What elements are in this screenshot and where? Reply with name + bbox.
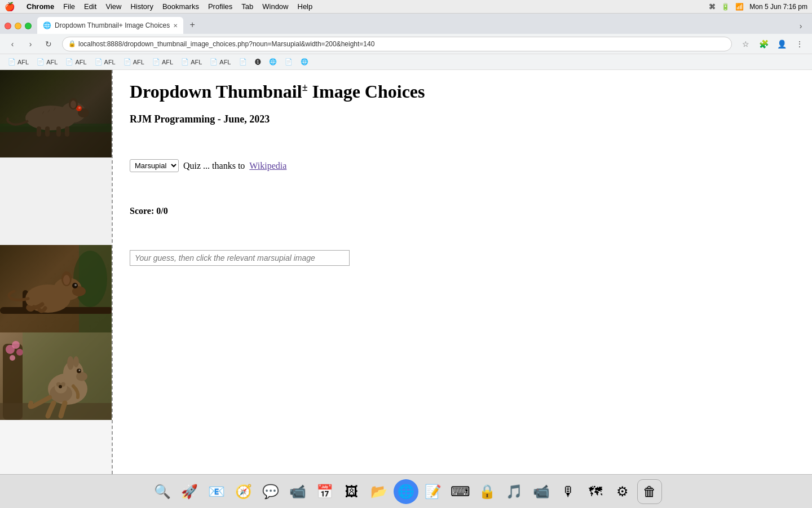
score-display: Score: 0/0 [130, 206, 795, 216]
browser-content: Dropdown Thumbnail± Image Choices RJM Pr… [0, 70, 812, 474]
menu-profiles[interactable]: Profiles [208, 2, 232, 11]
svg-point-6 [78, 107, 81, 109]
main-content: Dropdown Thumbnail± Image Choices RJM Pr… [113, 70, 812, 474]
back-button[interactable]: ‹ [5, 36, 20, 52]
menu-file[interactable]: File [63, 2, 75, 11]
bookmark-8[interactable]: 📄AFL [206, 57, 234, 67]
forward-button[interactable]: › [23, 36, 38, 52]
bookmark-1[interactable]: 📄AFL [5, 57, 32, 67]
active-tab[interactable]: 🌐 Dropdown Thumbnail+ Image Choices ✕ [37, 17, 183, 34]
dock-facetime[interactable]: 📹 [285, 479, 310, 504]
dock-vscode[interactable]: 📝 [421, 479, 445, 504]
bookmark-13[interactable]: 🌐 [297, 57, 312, 67]
tab-title: Dropdown Thumbnail+ Image Choices [55, 21, 170, 29]
profile-avatar-button[interactable]: 👤 [774, 36, 789, 52]
menu-window[interactable]: Window [262, 2, 288, 11]
svg-point-41 [73, 356, 79, 367]
menu-tab[interactable]: Tab [241, 2, 253, 11]
dock-podcast[interactable]: 🎙 [556, 479, 581, 504]
svg-point-24 [74, 284, 77, 286]
image-sidebar [0, 70, 113, 474]
marsupial-image-3[interactable] [0, 332, 113, 420]
bookmark-6[interactable]: 📄AFL [149, 57, 176, 67]
dock-bitwarden[interactable]: 🔒 [475, 479, 500, 504]
bookmark-12[interactable]: 📄 [281, 57, 296, 67]
svg-point-31 [10, 355, 15, 361]
tab-close-button[interactable]: ✕ [173, 23, 178, 29]
dock-filezilla[interactable]: 📂 [367, 479, 391, 504]
dock-mail[interactable]: 📧 [204, 479, 229, 504]
bookmark-2[interactable]: 📄AFL [33, 57, 61, 67]
dock-spotify[interactable]: 🎵 [502, 479, 527, 504]
bookmark-11[interactable]: 🌐 [266, 57, 280, 67]
wikipedia-link[interactable]: Wikipedia [249, 161, 286, 171]
bluetooth-icon: ⌘ [709, 3, 716, 11]
quiz-text: Quiz ... thanks to [183, 161, 245, 171]
guess-input[interactable] [130, 250, 350, 266]
svg-point-30 [16, 349, 23, 356]
dock-system-pref[interactable]: ⚙ [610, 479, 635, 504]
dock-safari[interactable]: 🧭 [231, 479, 256, 504]
bookmark-4[interactable]: 📄AFL [91, 57, 119, 67]
dock-launchpad[interactable]: 🚀 [177, 479, 202, 504]
svg-rect-33 [0, 403, 113, 420]
quiz-row: Marsupial Quiz ... thanks to Wikipedia [130, 159, 795, 172]
noun-dropdown[interactable]: Marsupial [130, 159, 179, 172]
menu-edit[interactable]: Edit [84, 2, 96, 11]
svg-rect-9 [37, 126, 41, 137]
bookmark-3[interactable]: 📄AFL [62, 57, 90, 67]
apple-logo-icon[interactable]: 🍎 [5, 2, 15, 12]
dock-photos[interactable]: 🖼 [339, 479, 364, 504]
extension-puzzle-button[interactable]: 🧩 [756, 36, 771, 52]
minimize-window-button[interactable] [15, 23, 21, 29]
menu-history[interactable]: History [130, 2, 153, 11]
new-tab-button[interactable]: + [184, 17, 200, 33]
svg-point-40 [67, 356, 74, 370]
url-text: localhost:8888/dropdown_thumbnail_image_… [78, 40, 374, 48]
traffic-lights [5, 23, 32, 29]
svg-point-36 [76, 372, 87, 381]
dock-trash[interactable]: 🗑 [637, 479, 662, 504]
menu-dots-button[interactable]: ⋮ [792, 36, 807, 52]
tab-bar: 🌐 Dropdown Thumbnail+ Image Choices ✕ + … [0, 14, 812, 34]
marsupial-image-2[interactable] [0, 245, 113, 332]
sidebar-empty-bottom [0, 420, 112, 474]
menu-view[interactable]: View [105, 2, 121, 11]
toolbar-icons: ☆ 🧩 👤 ⋮ [738, 36, 807, 52]
close-window-button[interactable] [5, 23, 11, 29]
app-name[interactable]: Chrome [27, 2, 54, 11]
svg-rect-12 [65, 126, 69, 137]
menu-help[interactable]: Help [298, 2, 313, 11]
dock-chrome[interactable]: 🌐 [394, 479, 418, 504]
clock: Mon 5 Jun 7:16 pm [749, 3, 807, 11]
bookmark-star-button[interactable]: ☆ [738, 36, 753, 52]
marsupial-image-1[interactable] [0, 70, 113, 157]
bookmarks-bar: 📄AFL 📄AFL 📄AFL 📄AFL 📄AFL 📄AFL 📄AFL 📄AFL … [0, 54, 812, 70]
bookmark-7[interactable]: 📄AFL [178, 57, 205, 67]
dock-calendar[interactable]: 📅 [312, 479, 337, 504]
page-title: Dropdown Thumbnail± Image Choices [130, 81, 795, 102]
page-subtitle: RJM Programming - June, 2023 [130, 113, 795, 125]
svg-point-39 [79, 370, 81, 371]
dock-maps[interactable]: 🗺 [583, 479, 608, 504]
tab-favicon: 🌐 [43, 21, 51, 29]
address-bar[interactable]: 🔒 localhost:8888/dropdown_thumbnail_imag… [62, 37, 732, 51]
expand-tabs-button[interactable]: › [794, 19, 807, 33]
bookmark-9[interactable]: 📄 [236, 57, 250, 67]
dock-terminal[interactable]: ⌨ [448, 479, 473, 504]
lock-icon: 🔒 [68, 40, 76, 47]
dock: 🔍 🚀 📧 🧭 💬 📹 📅 🖼 📂 🌐 📝 ⌨ 🔒 🎵 📹 🎙 🗺 ⚙ 🗑 [0, 474, 812, 508]
menubar-right: ⌘ 🔋 📶 Mon 5 Jun 7:16 pm [709, 3, 807, 11]
reload-button[interactable]: ↻ [41, 36, 56, 52]
dock-finder[interactable]: 🔍 [150, 479, 175, 504]
bookmark-10[interactable]: 🅖 [251, 58, 264, 67]
svg-point-29 [12, 341, 20, 349]
svg-point-8 [70, 100, 76, 108]
dock-zoom[interactable]: 📹 [529, 479, 554, 504]
maximize-window-button[interactable] [25, 23, 32, 29]
dock-messages[interactable]: 💬 [258, 479, 283, 504]
chrome-navigation-bar: ‹ › ↻ 🔒 localhost:8888/dropdown_thumbnai… [0, 34, 812, 54]
menu-bookmarks[interactable]: Bookmarks [162, 2, 199, 11]
svg-point-26 [63, 275, 70, 285]
bookmark-5[interactable]: 📄AFL [120, 57, 148, 67]
